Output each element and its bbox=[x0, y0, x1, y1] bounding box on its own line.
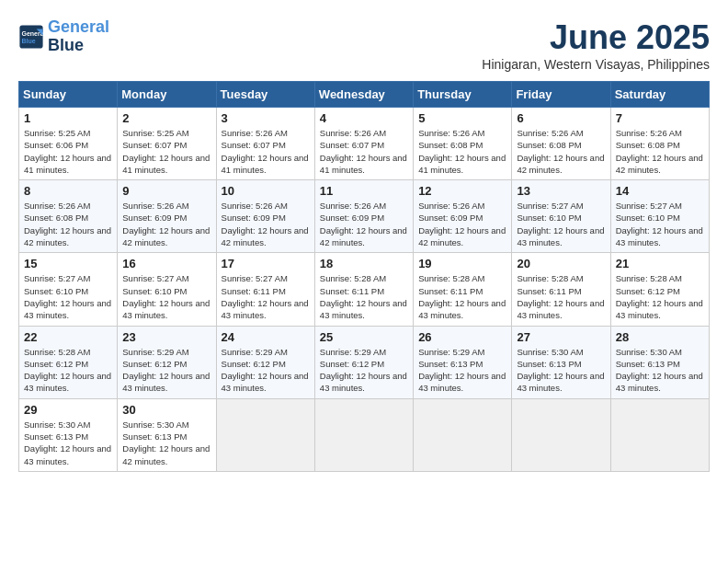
day-number: 7 bbox=[616, 111, 704, 125]
table-row: 26 Sunrise: 5:29 AM Sunset: 6:13 PM Dayl… bbox=[414, 326, 512, 398]
day-info: Sunrise: 5:27 AM Sunset: 6:10 PM Dayligh… bbox=[24, 272, 112, 321]
col-tuesday: Tuesday bbox=[216, 82, 314, 108]
day-info: Sunrise: 5:26 AM Sunset: 6:07 PM Dayligh… bbox=[222, 127, 310, 176]
day-info: Sunrise: 5:30 AM Sunset: 6:13 PM Dayligh… bbox=[517, 346, 605, 395]
day-info: Sunrise: 5:26 AM Sunset: 6:08 PM Dayligh… bbox=[616, 127, 704, 176]
location-title: Hinigaran, Western Visayas, Philippines bbox=[482, 57, 710, 72]
day-number: 18 bbox=[320, 257, 408, 270]
day-number: 6 bbox=[517, 111, 605, 125]
day-info: Sunrise: 5:29 AM Sunset: 6:12 PM Dayligh… bbox=[122, 346, 210, 395]
day-number: 26 bbox=[418, 330, 506, 344]
calendar-week-row: 29 Sunrise: 5:30 AM Sunset: 6:13 PM Dayl… bbox=[19, 398, 710, 471]
day-number: 19 bbox=[418, 257, 506, 270]
day-info: Sunrise: 5:26 AM Sunset: 6:09 PM Dayligh… bbox=[222, 200, 310, 248]
table-row bbox=[610, 398, 709, 471]
day-info: Sunrise: 5:26 AM Sunset: 6:09 PM Dayligh… bbox=[418, 200, 506, 248]
day-number: 16 bbox=[122, 257, 210, 270]
col-wednesday: Wednesday bbox=[314, 82, 413, 108]
day-number: 17 bbox=[222, 257, 310, 270]
table-row: 30 Sunrise: 5:30 AM Sunset: 6:13 PM Dayl… bbox=[118, 398, 216, 471]
day-info: Sunrise: 5:30 AM Sunset: 6:13 PM Dayligh… bbox=[122, 419, 210, 467]
day-info: Sunrise: 5:25 AM Sunset: 6:06 PM Dayligh… bbox=[24, 127, 112, 176]
day-number: 28 bbox=[616, 330, 704, 344]
day-info: Sunrise: 5:25 AM Sunset: 6:07 PM Dayligh… bbox=[122, 127, 210, 176]
col-thursday: Thursday bbox=[414, 82, 512, 108]
col-monday: Monday bbox=[118, 82, 216, 108]
table-row: 27 Sunrise: 5:30 AM Sunset: 6:13 PM Dayl… bbox=[512, 326, 610, 398]
table-row: 10 Sunrise: 5:26 AM Sunset: 6:09 PM Dayl… bbox=[216, 180, 314, 253]
svg-rect-0 bbox=[19, 25, 42, 48]
day-info: Sunrise: 5:28 AM Sunset: 6:12 PM Dayligh… bbox=[616, 272, 704, 321]
day-number: 21 bbox=[616, 257, 704, 270]
svg-text:Blue: Blue bbox=[22, 38, 36, 44]
day-number: 10 bbox=[222, 184, 310, 198]
table-row: 21 Sunrise: 5:28 AM Sunset: 6:12 PM Dayl… bbox=[610, 253, 709, 326]
day-info: Sunrise: 5:29 AM Sunset: 6:12 PM Dayligh… bbox=[222, 346, 310, 395]
day-number: 3 bbox=[222, 111, 310, 125]
day-number: 8 bbox=[24, 184, 112, 198]
calendar-table: Sunday Monday Tuesday Wednesday Thursday… bbox=[18, 81, 710, 472]
day-number: 29 bbox=[24, 403, 112, 417]
table-row: 19 Sunrise: 5:28 AM Sunset: 6:11 PM Dayl… bbox=[414, 253, 512, 326]
table-row: 16 Sunrise: 5:27 AM Sunset: 6:10 PM Dayl… bbox=[118, 253, 216, 326]
day-info: Sunrise: 5:26 AM Sunset: 6:08 PM Dayligh… bbox=[24, 200, 112, 248]
day-number: 12 bbox=[418, 184, 506, 198]
day-number: 4 bbox=[320, 111, 408, 125]
day-info: Sunrise: 5:26 AM Sunset: 6:07 PM Dayligh… bbox=[320, 127, 408, 176]
day-number: 25 bbox=[320, 330, 408, 344]
day-number: 14 bbox=[616, 184, 704, 198]
day-number: 20 bbox=[517, 257, 605, 270]
table-row: 14 Sunrise: 5:27 AM Sunset: 6:10 PM Dayl… bbox=[610, 180, 709, 253]
table-row bbox=[314, 398, 413, 471]
day-info: Sunrise: 5:26 AM Sunset: 6:08 PM Dayligh… bbox=[517, 127, 605, 176]
table-row bbox=[512, 398, 610, 471]
day-info: Sunrise: 5:28 AM Sunset: 6:11 PM Dayligh… bbox=[320, 272, 408, 321]
day-number: 15 bbox=[24, 257, 112, 270]
table-row: 9 Sunrise: 5:26 AM Sunset: 6:09 PM Dayli… bbox=[118, 180, 216, 253]
col-saturday: Saturday bbox=[610, 82, 709, 108]
day-number: 22 bbox=[24, 330, 112, 344]
table-row: 17 Sunrise: 5:27 AM Sunset: 6:11 PM Dayl… bbox=[216, 253, 314, 326]
table-row: 6 Sunrise: 5:26 AM Sunset: 6:08 PM Dayli… bbox=[512, 108, 610, 180]
day-info: Sunrise: 5:28 AM Sunset: 6:11 PM Dayligh… bbox=[517, 272, 605, 321]
logo-name: GeneralBlue bbox=[48, 18, 109, 55]
day-info: Sunrise: 5:28 AM Sunset: 6:11 PM Dayligh… bbox=[418, 272, 506, 321]
col-friday: Friday bbox=[512, 82, 610, 108]
day-number: 30 bbox=[122, 403, 210, 417]
table-row bbox=[414, 398, 512, 471]
day-info: Sunrise: 5:29 AM Sunset: 6:13 PM Dayligh… bbox=[418, 346, 506, 395]
table-row: 22 Sunrise: 5:28 AM Sunset: 6:12 PM Dayl… bbox=[19, 326, 118, 398]
day-info: Sunrise: 5:27 AM Sunset: 6:11 PM Dayligh… bbox=[222, 272, 310, 321]
day-info: Sunrise: 5:26 AM Sunset: 6:09 PM Dayligh… bbox=[122, 200, 210, 248]
day-info: Sunrise: 5:27 AM Sunset: 6:10 PM Dayligh… bbox=[616, 200, 704, 248]
calendar-week-row: 8 Sunrise: 5:26 AM Sunset: 6:08 PM Dayli… bbox=[19, 180, 710, 253]
table-row: 12 Sunrise: 5:26 AM Sunset: 6:09 PM Dayl… bbox=[414, 180, 512, 253]
title-area: June 2025 Hinigaran, Western Visayas, Ph… bbox=[482, 18, 710, 72]
table-row: 5 Sunrise: 5:26 AM Sunset: 6:08 PM Dayli… bbox=[414, 108, 512, 180]
calendar-week-row: 1 Sunrise: 5:25 AM Sunset: 6:06 PM Dayli… bbox=[19, 108, 710, 180]
day-info: Sunrise: 5:29 AM Sunset: 6:12 PM Dayligh… bbox=[320, 346, 408, 395]
day-info: Sunrise: 5:26 AM Sunset: 6:08 PM Dayligh… bbox=[418, 127, 506, 176]
day-number: 5 bbox=[418, 111, 506, 125]
table-row: 29 Sunrise: 5:30 AM Sunset: 6:13 PM Dayl… bbox=[19, 398, 118, 471]
month-title: June 2025 bbox=[482, 18, 710, 57]
table-row: 7 Sunrise: 5:26 AM Sunset: 6:08 PM Dayli… bbox=[610, 108, 709, 180]
table-row: 1 Sunrise: 5:25 AM Sunset: 6:06 PM Dayli… bbox=[19, 108, 118, 180]
day-info: Sunrise: 5:30 AM Sunset: 6:13 PM Dayligh… bbox=[24, 419, 112, 467]
calendar-week-row: 22 Sunrise: 5:28 AM Sunset: 6:12 PM Dayl… bbox=[19, 326, 710, 398]
header: General Blue GeneralBlue June 2025 Hinig… bbox=[18, 18, 710, 72]
day-info: Sunrise: 5:28 AM Sunset: 6:12 PM Dayligh… bbox=[24, 346, 112, 395]
col-sunday: Sunday bbox=[19, 82, 118, 108]
day-number: 11 bbox=[320, 184, 408, 198]
table-row: 3 Sunrise: 5:26 AM Sunset: 6:07 PM Dayli… bbox=[216, 108, 314, 180]
day-info: Sunrise: 5:27 AM Sunset: 6:10 PM Dayligh… bbox=[122, 272, 210, 321]
day-number: 2 bbox=[122, 111, 210, 125]
table-row: 11 Sunrise: 5:26 AM Sunset: 6:09 PM Dayl… bbox=[314, 180, 413, 253]
table-row: 24 Sunrise: 5:29 AM Sunset: 6:12 PM Dayl… bbox=[216, 326, 314, 398]
table-row: 15 Sunrise: 5:27 AM Sunset: 6:10 PM Dayl… bbox=[19, 253, 118, 326]
table-row: 4 Sunrise: 5:26 AM Sunset: 6:07 PM Dayli… bbox=[314, 108, 413, 180]
calendar-week-row: 15 Sunrise: 5:27 AM Sunset: 6:10 PM Dayl… bbox=[19, 253, 710, 326]
table-row: 8 Sunrise: 5:26 AM Sunset: 6:08 PM Dayli… bbox=[19, 180, 118, 253]
day-info: Sunrise: 5:26 AM Sunset: 6:09 PM Dayligh… bbox=[320, 200, 408, 248]
day-number: 24 bbox=[222, 330, 310, 344]
